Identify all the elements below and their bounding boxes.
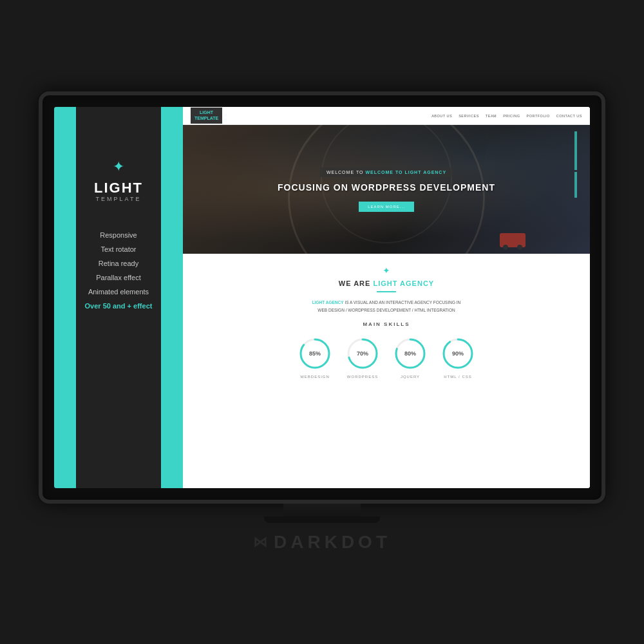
mini-logo: LIGHT TEMPLATE xyxy=(191,108,222,124)
feature-responsive: Responsive xyxy=(85,228,153,242)
arrow-bottom xyxy=(108,475,129,488)
screen: ✦ LIGHT TEMPLATE Responsive Text rotator… xyxy=(54,107,590,488)
feature-text-rotator: Text rotator xyxy=(85,242,153,256)
skill-wordpress: 70% WORDPRESS xyxy=(345,336,380,379)
agency-desc-highlight: LIGHT AGENCY xyxy=(312,300,344,305)
nav-team: TEAM xyxy=(486,114,497,118)
skill-label-jquery: JQUERY xyxy=(401,375,420,379)
nav-pricing: PRICING xyxy=(503,114,520,118)
nav-about: ABOUT US xyxy=(431,114,452,118)
feature-animated: Animated elements xyxy=(85,285,153,299)
mini-header: LIGHT TEMPLATE ABOUT US SERVICES TEAM PR… xyxy=(183,107,590,125)
skill-pct-webdesign: 85% xyxy=(298,336,332,371)
agency-section: ✦ WE ARE LIGHT AGENCY LIGHT AGENCY IS A … xyxy=(183,254,590,385)
nav-services: SERVICES xyxy=(459,114,479,118)
skill-circle-webdesign: 85% xyxy=(298,336,332,371)
skill-webdesign: 85% WEBDESIGN xyxy=(298,336,332,379)
skill-label-html-css: HTML / CSS xyxy=(444,375,471,379)
hero-badge: WELCOME TO WELCOME TO LIGHT AGENCY xyxy=(320,167,453,177)
teal-bar-1 xyxy=(574,131,577,170)
teal-divider xyxy=(377,291,396,292)
nav-portfolio: PORTFOLIO xyxy=(527,114,550,118)
skill-circle-wordpress: 70% xyxy=(345,336,380,371)
feather-icon: ✦ xyxy=(113,158,124,175)
monitor-stand xyxy=(283,504,361,523)
nav-contact: CONTACT US xyxy=(556,114,582,118)
monitor-frame: ✦ LIGHT TEMPLATE Responsive Text rotator… xyxy=(39,91,605,504)
agency-desc-text: IS A VISUAL AND AN INTERACTIVE AGENCY FO… xyxy=(344,300,461,305)
hero-title: FOCUSING ON WORDPRESS DEVELOPMENT xyxy=(278,182,495,193)
agency-desc-services: WEB DESIGN / WORDPRESS DEVELOPEMENT / HT… xyxy=(317,308,455,312)
template-subtitle: TEMPLATE xyxy=(96,196,142,202)
teal-bars-decoration xyxy=(574,131,577,198)
skill-jquery: 80% JQUERY xyxy=(393,336,428,379)
agency-title-highlight: LIGHT AGENCY xyxy=(373,279,434,287)
feature-retina-ready: Retina ready xyxy=(85,256,153,270)
feature-list: Responsive Text rotator Retina ready Par… xyxy=(85,228,153,313)
agency-title: WE ARE LIGHT AGENCY xyxy=(339,279,434,287)
watermark-text: DARKDOT xyxy=(274,532,391,553)
skill-pct-html-css: 90% xyxy=(440,336,475,371)
left-panel: ✦ LIGHT TEMPLATE Responsive Text rotator… xyxy=(54,107,183,488)
hero-section: WELCOME TO WELCOME TO LIGHT AGENCY FOCUS… xyxy=(183,125,590,254)
feature-effects: Over 50 and + effect xyxy=(85,299,153,313)
hero-badge-text: WELCOME TO LIGHT AGENCY xyxy=(365,170,446,175)
agency-title-prefix: WE ARE xyxy=(339,279,374,287)
skill-pct-wordpress: 70% xyxy=(345,336,380,371)
agency-description: LIGHT AGENCY IS A VISUAL AND AN INTERACT… xyxy=(312,299,461,314)
skills-title: MAIN SKILLS xyxy=(363,321,410,327)
hero-button[interactable]: LEARN MORE... xyxy=(359,202,414,212)
skills-row: 85% WEBDESIGN 70% WORDPRE xyxy=(298,336,475,379)
watermark: ⋈ DARKDOT xyxy=(253,532,391,553)
skill-label-wordpress: WORDPRESS xyxy=(347,375,378,379)
right-panel: LIGHT TEMPLATE ABOUT US SERVICES TEAM PR… xyxy=(183,107,590,488)
teal-bar-2 xyxy=(574,172,577,198)
skill-html-css: 90% HTML / CSS xyxy=(440,336,475,379)
skill-circle-jquery: 80% xyxy=(393,336,428,371)
skill-label-webdesign: WEBDESIGN xyxy=(300,375,330,379)
skill-circle-html-css: 90% xyxy=(440,336,475,371)
template-title: LIGHT xyxy=(94,180,143,196)
agency-icon: ✦ xyxy=(383,265,390,276)
skill-pct-jquery: 80% xyxy=(393,336,428,371)
watermark-symbol: ⋈ xyxy=(253,534,271,551)
left-panel-content: ✦ LIGHT TEMPLATE Responsive Text rotator… xyxy=(54,107,183,313)
red-bus-decoration xyxy=(500,233,526,247)
mini-nav: ABOUT US SERVICES TEAM PRICING PORTFOLIO… xyxy=(431,114,582,118)
feature-parallax: Parallax effect xyxy=(85,270,153,285)
